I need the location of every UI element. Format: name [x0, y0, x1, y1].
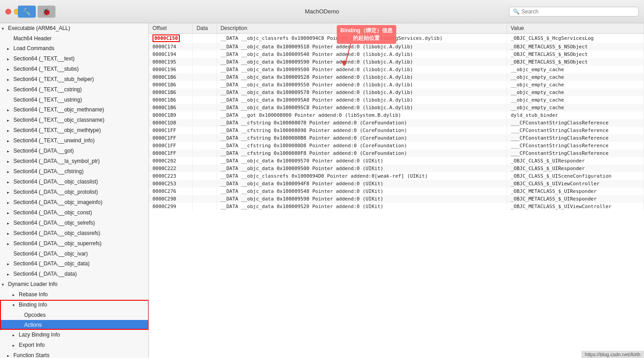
- table-row[interactable]: 0000C299__DATA __objc_data 0x100009520 P…: [149, 203, 644, 210]
- cell-data: [193, 119, 217, 127]
- table-row[interactable]: 0000C1FF__DATA __cfstring 0x1000080F8 Po…: [149, 149, 644, 157]
- sidebar-item-lazy-binding-info[interactable]: Lazy Binding Info: [0, 330, 148, 340]
- table-row[interactable]: 0000C174__DATA __objc_data 0x100009518 P…: [149, 43, 644, 51]
- table-row[interactable]: 0000C1B6__DATA __objc_data 0x1000095A0 P…: [149, 96, 644, 104]
- cell-offset: 0000C194: [149, 51, 193, 58]
- cell-offset: 0000C1B9: [149, 111, 193, 119]
- table-row[interactable]: 0000C195__DATA __objc_data 0x100009590 P…: [149, 58, 644, 66]
- table-header: Offset Data Description Value: [149, 23, 644, 34]
- sidebar-item-label: Section64 (_TEXT,__ustring): [13, 97, 82, 103]
- sidebar-item-dynamic-loader-info[interactable]: Dynamic Loader Info: [0, 279, 148, 290]
- sidebar-item-section64-data-protolist[interactable]: Section64 (_DATA,__objc_protolist): [0, 187, 148, 197]
- tab-1[interactable]: 🔧: [18, 5, 36, 17]
- sidebar-item-load-commands[interactable]: Load Commands: [0, 43, 148, 54]
- sidebar-item-section64-data-selrefs[interactable]: Section64 (_DATA,__objc_selrefs): [0, 218, 148, 228]
- cell-value: _OBJC_METACLASS_$_NSObject: [507, 51, 644, 58]
- tab-2[interactable]: 🐞: [38, 5, 55, 17]
- sidebar-item-label: Section64 (_DATA,__objc_imageinfo): [13, 199, 102, 205]
- arrow-icon: [7, 352, 13, 358]
- cell-description: __DATA __objc_data 0x100009500 Pointer a…: [216, 165, 507, 172]
- sidebar-item-section64-text-stubs[interactable]: Section64 (_TEXT,__stubs): [0, 64, 148, 74]
- sidebar-item-section64-text-ustring[interactable]: Section64 (_TEXT,__ustring): [0, 95, 148, 105]
- arrow-icon: [7, 86, 13, 94]
- sidebar-item-section64-data-objc-data[interactable]: Section64 (_DATA,__objc_data): [0, 259, 148, 269]
- sidebar-item-section64-text-unwind[interactable]: Section64 (_TEXT,__unwind_info): [0, 136, 148, 146]
- cell-description: __DATA __objc_classrefs 0x1000094D0 Poin…: [216, 172, 507, 180]
- sidebar-item-rebase-info[interactable]: Rebase Info: [0, 290, 148, 300]
- table-row[interactable]: 0000C1B6__DATA __objc_data 0x100009528 P…: [149, 73, 644, 81]
- sidebar-item-section64-text-text[interactable]: Section64 (_TEXT,__text): [0, 54, 148, 64]
- arrow-icon: [7, 260, 13, 268]
- sidebar-item-export-info[interactable]: Export Info: [0, 340, 148, 350]
- sidebar-item-opcodes[interactable]: Opcodes: [0, 310, 148, 320]
- sidebar-item-function-starts[interactable]: Function Starts: [0, 350, 148, 358]
- table-row[interactable]: 0000C202__DATA __objc_data 0x100009570 P…: [149, 157, 644, 165]
- sidebar-item-section64-data-got[interactable]: Section64 (_DATA,__got): [0, 146, 148, 156]
- arrow-icon: [7, 137, 13, 145]
- cell-description: __DATA __objc_data 0x100009598 Pointer a…: [216, 195, 507, 203]
- sidebar-item-section64-data-la-symbol[interactable]: Section64 (_DATA,__la_symbol_ptr): [0, 156, 148, 166]
- sidebar-item-section64-data-classlist[interactable]: Section64 (_DATA,__objc_classlist): [0, 177, 148, 187]
- sidebar-item-label: Rebase Info: [19, 291, 48, 298]
- sidebar-item-section64-text-stub-helper[interactable]: Section64 (_TEXT,__stub_helper): [0, 74, 148, 85]
- table-row[interactable]: 0000C1B6__DATA __objc_data 0x1000095C8 P…: [149, 104, 644, 111]
- sidebar-item-section64-data-data[interactable]: Section64 (_DATA,__data): [0, 269, 148, 279]
- cell-data: [193, 203, 217, 210]
- cell-offset: 0000C253: [149, 180, 193, 188]
- table-row[interactable]: 0000C1B6__DATA __objc_data 0x100009550 P…: [149, 81, 644, 89]
- cell-data: [193, 134, 217, 142]
- cell-value: ___CFConstantStringClassReference: [507, 134, 644, 142]
- cell-data: [193, 89, 217, 96]
- sidebar-item-actions[interactable]: Actions: [0, 320, 148, 330]
- sidebar-item-label: Binding Info: [19, 302, 47, 308]
- cell-data: [193, 96, 217, 104]
- table-row[interactable]: 0000C1D8__DATA __cfstring 0x100008078 Po…: [149, 119, 644, 127]
- sidebar-item-section64-text-methname[interactable]: Section64 (_TEXT,__objc_methname): [0, 105, 148, 115]
- table-row[interactable]: 0000C298__DATA __objc_data 0x100009598 P…: [149, 195, 644, 203]
- table-row[interactable]: 0000C1B6__DATA __objc_data 0x100009578 P…: [149, 89, 644, 96]
- close-button[interactable]: [5, 9, 11, 14]
- arrow-icon: [2, 25, 8, 33]
- cell-data: [193, 43, 217, 51]
- cell-description: __DATA __objc_data 0x100009520 Pointer a…: [216, 203, 507, 210]
- sidebar-item-binding-info[interactable]: Binding Info: [0, 300, 148, 310]
- search-box[interactable]: 🔍: [509, 7, 639, 17]
- cell-offset: 0000C195: [149, 58, 193, 66]
- cell-value: _OBJC_METACLASS_$_NSObject: [507, 58, 644, 66]
- table-row[interactable]: 0000C150__DATA __objc_classrefs 0x100009…: [149, 34, 644, 43]
- table-row[interactable]: 0000C253__DATA __objc_data 0x1000094F8 P…: [149, 180, 644, 188]
- cell-value: ___CFConstantStringClassReference: [507, 127, 644, 134]
- table-row[interactable]: 0000C276__DATA __objc_data 0x100009548 P…: [149, 188, 644, 195]
- cell-offset: 0000C1FF: [149, 134, 193, 142]
- sidebar-item-section64-data-cfstring[interactable]: Section64 (_DATA,__cfstring): [0, 166, 148, 177]
- cell-description: __DATA __cfstring 0x1000080B8 Pointer ad…: [216, 134, 507, 142]
- sidebar-item-section64-data-classrefs[interactable]: Section64 (_DATA,__objc_classrefs): [0, 228, 148, 239]
- table-row[interactable]: 0000C196__DATA __objc_data 0x100009500 P…: [149, 66, 644, 73]
- sidebar-item-section64-data-superrefs[interactable]: Section64 (_DATA,__objc_superrefs): [0, 239, 148, 249]
- cell-description: __DATA __objc_data 0x1000095A0 Pointer a…: [216, 96, 507, 104]
- cell-offset: 0000C1B6: [149, 96, 193, 104]
- table-row[interactable]: 0000C194__DATA __objc_data 0x100009540 P…: [149, 51, 644, 58]
- sidebar-item-section64-data-ivar[interactable]: Section64 (_DATA,__objc_ivar): [0, 249, 148, 259]
- sidebar-item-section64-text-methtype[interactable]: Section64 (_TEXT,__objc_methtype): [0, 125, 148, 136]
- table-row[interactable]: 0000C223__DATA __objc_classrefs 0x100009…: [149, 172, 644, 180]
- search-input[interactable]: [521, 9, 635, 15]
- sidebar-item-label: Function Starts: [13, 352, 50, 358]
- sidebar-item-section64-data-const[interactable]: Section64 (_DATA,__objc_const): [0, 208, 148, 218]
- table-row[interactable]: 0000C1FF__DATA __cfstring 0x1000080B8 Po…: [149, 134, 644, 142]
- cell-offset: 0000C1B6: [149, 89, 193, 96]
- table-row[interactable]: 0000C1FF__DATA __cfstring 0x100008098 Po…: [149, 127, 644, 134]
- sidebar-item-label: Opcodes: [24, 312, 46, 318]
- sidebar-item-executable[interactable]: Executable (ARM64_ALL): [0, 23, 148, 34]
- cell-data: [193, 180, 217, 188]
- sidebar-item-section64-data-imageinfo[interactable]: Section64 (_DATA,__objc_imageinfo): [0, 197, 148, 208]
- sidebar-item-section64-text-cstring[interactable]: Section64 (_TEXT,__cstring): [0, 85, 148, 95]
- cell-data: [193, 195, 217, 203]
- sidebar-item-mach64-header[interactable]: Mach64 Header: [0, 34, 148, 43]
- sidebar-item-section64-text-classname[interactable]: Section64 (_TEXT,__objc_classname): [0, 115, 148, 125]
- table-row[interactable]: 0000C1B9__DATA __got 0x100008000 Pointer…: [149, 111, 644, 119]
- arrow-icon: [7, 188, 13, 196]
- table-row[interactable]: 0000C222__DATA __objc_data 0x100009500 P…: [149, 165, 644, 172]
- table-row[interactable]: 0000C1FF__DATA __cfstring 0x1000080D8 Po…: [149, 142, 644, 149]
- cell-offset: 0000C1D8: [149, 119, 193, 127]
